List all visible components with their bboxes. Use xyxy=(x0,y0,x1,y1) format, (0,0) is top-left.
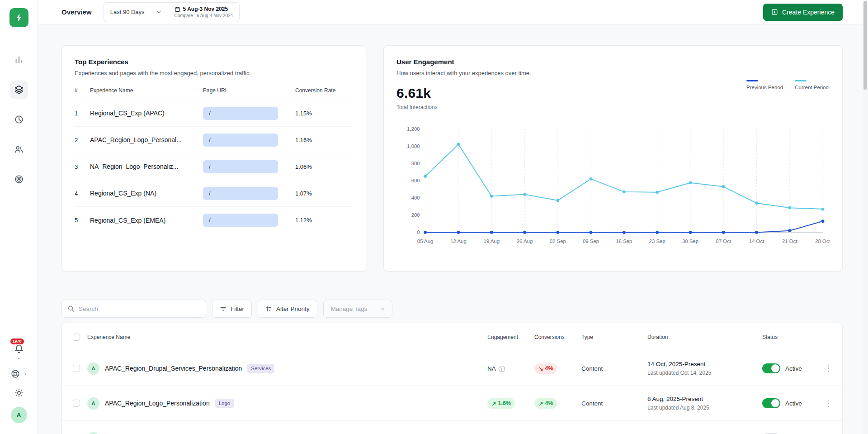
conversion-rate-value: 1.12% xyxy=(295,217,353,224)
experience-name[interactable]: NA_Region_Logo_Personaliz... xyxy=(90,163,203,170)
filter-button[interactable]: Filter xyxy=(212,300,252,318)
experience-tag: Services xyxy=(247,364,274,373)
create-experience-button[interactable]: Create Experience xyxy=(763,4,843,21)
search-box[interactable] xyxy=(61,300,206,318)
column-status: Status xyxy=(762,334,821,340)
user-engagement-subtitle: How users interact with your experiences… xyxy=(396,70,830,76)
experience-rank: 2 xyxy=(75,137,90,143)
sidebar-item-reports[interactable] xyxy=(10,110,28,129)
page-url-pill[interactable]: / xyxy=(203,160,278,173)
status-toggle[interactable] xyxy=(762,398,780,408)
svg-text:0: 0 xyxy=(417,229,420,235)
total-interactions-label: Total Interactions xyxy=(396,104,830,110)
sidebar-item-experiences[interactable] xyxy=(10,81,28,99)
page-url-pill[interactable]: / xyxy=(203,214,278,227)
bar-chart-icon xyxy=(14,55,24,65)
search-input[interactable] xyxy=(79,305,200,312)
experience-table-row[interactable]: ACAPAC_Region_Work CS_PersonalizationNA … xyxy=(62,421,842,434)
experience-tag: Logo xyxy=(215,399,234,408)
svg-text:09 Sep: 09 Sep xyxy=(583,238,599,244)
date-range-preset-dropdown[interactable]: Last 90 Days xyxy=(104,2,168,22)
chevron-right-icon[interactable] xyxy=(23,372,28,376)
top-experience-row[interactable]: 4Regional_CS_Exp (NA)/1.07% xyxy=(75,180,353,207)
svg-text:1,000: 1,000 xyxy=(407,143,420,149)
conversions-pill-down: ↘ 4% xyxy=(534,363,557,374)
settings-gear-icon[interactable] xyxy=(14,388,24,398)
scrollbar-track[interactable] xyxy=(863,0,868,434)
last-updated: Last updated Aug 8, 2025 xyxy=(647,405,762,411)
column-experience-name: Experience Name xyxy=(90,87,203,94)
sidebar-item-audiences[interactable] xyxy=(10,140,28,158)
top-experience-row[interactable]: 2APAC_Region_Logo_Personal.../1.16% xyxy=(75,127,353,153)
user-avatar[interactable]: A xyxy=(11,407,27,423)
experience-name[interactable]: APAC_Region_Drupal_Services_Personalizat… xyxy=(105,365,242,372)
status-toggle[interactable] xyxy=(762,363,780,373)
experience-name[interactable]: Regional_CS_Exp (EMEA) xyxy=(90,217,203,224)
legend-item: Current Period xyxy=(795,80,829,90)
manage-tags-label: Manage Tags xyxy=(331,305,368,312)
row-checkbox[interactable] xyxy=(73,400,80,407)
legend-item: Previous Period xyxy=(746,80,783,90)
legend-label: Previous Period xyxy=(746,85,783,90)
date-range-picker[interactable]: 5 Aug-3 Nov 2025 Compare : 6 Aug-4 Nov 2… xyxy=(168,2,240,22)
svg-text:400: 400 xyxy=(411,195,420,200)
experience-name[interactable]: Regional_CS_Exp (NA) xyxy=(90,190,203,197)
chevron-down-icon xyxy=(380,306,385,311)
column-experience-name: Experience Name xyxy=(87,334,487,340)
engagement-line-chart: 05 Aug12 Aug19 Aug26 Aug02 Sep09 Sep16 S… xyxy=(396,122,830,254)
experiences-toolbar: Filter Alter Priority Manage Tags xyxy=(61,300,843,318)
experience-type: Content xyxy=(581,400,647,407)
help-icon[interactable] xyxy=(10,369,20,379)
date-compare-value: Compare : 6 Aug-4 Nov 2024 xyxy=(175,13,233,18)
svg-text:12 Aug: 12 Aug xyxy=(450,238,467,244)
last-updated: Last updated Oct 14, 2025 xyxy=(647,370,762,376)
svg-text:16 Sep: 16 Sep xyxy=(616,238,632,244)
experiences-table-header: Experience Name Engagement Conversions T… xyxy=(62,323,842,351)
chevron-down-icon: ⌄ xyxy=(17,355,20,360)
top-experience-row[interactable]: 5Regional_CS_Exp (EMEA)/1.12% xyxy=(75,207,353,234)
manage-tags-dropdown[interactable]: Manage Tags xyxy=(323,300,393,318)
top-experiences-header-row: # Experience Name Page URL Conversion Ra… xyxy=(75,87,353,100)
app-logo[interactable] xyxy=(9,8,28,27)
column-page-url: Page URL xyxy=(203,87,295,94)
row-menu-button[interactable]: ⋮ xyxy=(821,362,842,375)
experience-name[interactable]: APAC_Region_Logo_Personalization xyxy=(105,400,210,407)
sidebar-item-analytics[interactable] xyxy=(10,51,28,69)
row-menu-button[interactable]: ⋮ xyxy=(821,397,842,410)
select-all-checkbox[interactable] xyxy=(73,334,80,341)
date-range-preset-label: Last 90 Days xyxy=(110,9,145,15)
experience-name[interactable]: APAC_Region_Logo_Personal... xyxy=(90,136,203,143)
experience-avatar: AC xyxy=(87,432,99,434)
experience-table-row[interactable]: AAPAC_Region_Drupal_Services_Personaliza… xyxy=(62,351,842,386)
top-experience-row[interactable]: 3NA_Region_Logo_Personaliz.../1.06% xyxy=(75,153,353,180)
status-label: Active xyxy=(785,365,802,372)
sidebar-item-goals[interactable] xyxy=(10,170,28,188)
alter-priority-label: Alter Priority xyxy=(276,305,310,312)
row-checkbox[interactable] xyxy=(73,365,80,372)
page-url-pill[interactable]: / xyxy=(203,134,278,147)
top-experience-row[interactable]: 1Regional_CS_Exp (APAC)/1.15% xyxy=(75,100,353,127)
column-duration: Duration xyxy=(647,334,762,340)
top-experiences-title: Top Experiences xyxy=(75,58,353,66)
engagement-pill-up: ↗ 1.6% xyxy=(487,398,515,409)
notification-badge: 1970 xyxy=(10,339,24,344)
page-url-pill[interactable]: / xyxy=(203,187,278,200)
svg-text:600: 600 xyxy=(411,178,420,183)
experience-type: Content xyxy=(581,365,647,372)
svg-text:02 Sep: 02 Sep xyxy=(550,238,566,244)
calendar-icon xyxy=(175,6,180,12)
scrollbar-thumb[interactable] xyxy=(863,1,867,90)
page-url-pill[interactable]: / xyxy=(203,107,278,120)
experience-name[interactable]: Regional_CS_Exp (APAC) xyxy=(90,110,203,117)
notifications-button[interactable]: 1970 ⌄ xyxy=(14,344,24,360)
experience-table-row[interactable]: AAPAC_Region_Logo_PersonalizationLogo↗ 1… xyxy=(62,386,842,421)
column-engagement: Engagement xyxy=(487,334,534,340)
pie-chart-icon xyxy=(14,114,24,124)
experiences-table-body: AAPAC_Region_Drupal_Services_Personaliza… xyxy=(62,351,842,434)
svg-text:21 Oct: 21 Oct xyxy=(782,238,798,244)
experience-duration: 8 Aug, 2025-Present xyxy=(647,396,762,402)
info-icon[interactable]: i xyxy=(499,366,505,372)
alter-priority-button[interactable]: Alter Priority xyxy=(258,300,317,318)
date-range-value: 5 Aug-3 Nov 2025 xyxy=(183,6,228,12)
row-menu-button[interactable]: ⋮ xyxy=(821,432,842,434)
